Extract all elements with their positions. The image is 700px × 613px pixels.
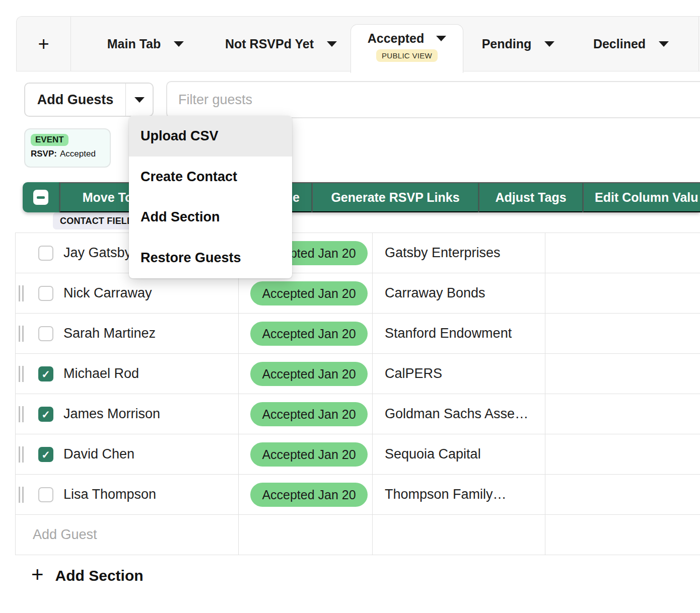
contact-field-header: CONTACT FIELD [53,212,141,229]
drag-handle-icon[interactable] [19,446,25,463]
event-tag-badge: EVENT [31,134,68,146]
rsvp-filter-text: RSVP:Accepted [31,149,104,159]
filter-guests-box [166,81,700,118]
guest-name[interactable]: Michael Rod [63,354,139,394]
add-guest-placeholder[interactable]: Add Guest [33,515,97,555]
table-row: Jay Gatsby Accepted Jan 20 Gatsby Enterp… [16,233,700,273]
chevron-down-icon [544,41,554,47]
select-all-checkbox[interactable] [23,182,59,212]
guest-list-page: { "icons": { "plus": "+", "check": "✓" }… [0,0,700,613]
guest-name[interactable]: Jay Gatsby [63,233,131,273]
rsvp-field-value: Accepted [60,149,96,159]
rsvp-status-pill[interactable]: Accepted Jan 20 [250,483,368,507]
guest-name[interactable]: Lisa Thompson [63,475,156,514]
company-cell[interactable]: Sequoia Capital [385,434,481,474]
indeterminate-checkbox-icon [33,190,48,205]
company-cell[interactable]: Gatsby Enterprises [385,233,501,273]
row-checkbox[interactable] [38,326,53,341]
tab-label: Declined [593,37,646,51]
tab-not-rsvpd-yet[interactable]: Not RSVPd Yet [213,17,349,71]
chevron-down-icon [436,36,446,41]
chevron-down-icon [327,41,337,47]
check-icon: ✓ [41,409,50,420]
row-checkbox[interactable] [38,487,53,502]
company-cell[interactable]: CalPERS [385,354,442,394]
row-checkbox[interactable]: ✓ [38,366,53,381]
tab-divider [698,17,699,71]
table-row: Sarah Martinez Accepted Jan 20 Stanford … [16,314,700,354]
drag-handle-icon[interactable] [19,406,25,422]
tab-label: Accepted [368,31,425,46]
guest-name[interactable]: David Chen [63,434,134,474]
chevron-down-icon [174,41,184,47]
drag-handle-icon[interactable] [19,326,25,342]
tab-label: Pending [482,37,532,51]
guest-name[interactable]: James Morrison [63,394,160,434]
menu-item-add-section[interactable]: Add Section [129,197,292,238]
row-checkbox[interactable]: ✓ [38,407,53,422]
row-checkbox[interactable] [38,286,53,301]
check-icon: ✓ [41,449,50,460]
tab-bar: + Main Tab Not RSVPd Yet Accepted PUBLIC… [16,16,700,71]
add-section-button[interactable]: + Add Section [31,560,144,592]
table-row: ✓ Michael Rod Accepted Jan 20 CalPERS [16,354,700,394]
company-cell[interactable]: Thompson Family… [385,475,507,514]
rsvp-status-pill[interactable]: Accepted Jan 20 [250,281,368,305]
bulk-actions-toolbar: Move To e Generate RSVP Links Adjust Tag… [23,182,700,212]
adjust-tags-button[interactable]: Adjust Tags [478,182,583,212]
chevron-down-icon [134,97,145,103]
add-guests-dropdown-menu: Upload CSV Create Contact Add Section Re… [129,116,292,278]
public-view-badge: PUBLIC VIEW [376,49,438,62]
tab-declined[interactable]: Declined [578,17,684,71]
menu-item-create-contact[interactable]: Create Contact [129,157,292,197]
table-row: ✓ David Chen Accepted Jan 20 Sequoia Cap… [16,434,700,475]
minus-icon [37,196,45,199]
rsvp-status-pill[interactable]: Accepted Jan 20 [250,442,368,467]
drag-handle-icon[interactable] [19,285,25,301]
filter-guests-input[interactable] [167,82,700,117]
add-guests-dropdown-toggle[interactable] [125,84,153,116]
row-checkbox[interactable] [38,246,53,261]
edit-column-values-button[interactable]: Edit Column Valu [583,182,700,212]
table-row: Lisa Thompson Accepted Jan 20 Thompson F… [16,475,700,515]
rsvp-status-pill[interactable]: Accepted Jan 20 [250,362,368,386]
row-checkbox[interactable]: ✓ [38,447,53,462]
rsvp-field-label: RSVP: [31,149,57,159]
company-cell[interactable]: Carraway Bonds [385,273,485,313]
guest-name[interactable]: Nick Carraway [63,273,152,313]
tab-label: Main Tab [107,37,161,51]
table-row: Nick Carraway Accepted Jan 20 Carraway B… [16,273,700,314]
add-tab-button[interactable]: + [17,17,71,71]
add-guests-split-button: Add Guests [24,83,154,117]
rsvp-filter-chip[interactable]: EVENT RSVP:Accepted [24,128,111,168]
drag-handle-icon[interactable] [19,366,25,382]
company-cell[interactable]: Stanford Endowment [385,314,512,353]
tab-accepted[interactable]: Accepted PUBLIC VIEW [351,24,463,73]
tab-pending[interactable]: Pending [465,17,572,71]
menu-item-upload-csv[interactable]: Upload CSV [129,116,292,157]
check-icon: ✓ [41,369,50,379]
table-row: ✓ James Morrison Accepted Jan 20 Goldman… [16,394,700,434]
rsvp-status-pill[interactable]: Accepted Jan 20 [250,402,368,426]
plus-icon: + [31,564,44,585]
tab-main-tab[interactable]: Main Tab [92,17,199,71]
guest-name[interactable]: Sarah Martinez [63,314,156,353]
guest-table: Jay Gatsby Accepted Jan 20 Gatsby Enterp… [15,233,700,555]
chevron-down-icon [659,41,669,47]
rsvp-status-pill[interactable]: Accepted Jan 20 [250,322,368,346]
company-cell[interactable]: Goldman Sachs Asse… [385,394,528,434]
tab-label: Not RSVPd Yet [225,37,314,51]
add-guest-row[interactable]: Add Guest [16,515,700,555]
menu-item-restore-guests[interactable]: Restore Guests [129,238,292,278]
drag-handle-icon[interactable] [19,487,25,503]
generate-rsvp-links-button[interactable]: Generate RSVP Links [312,182,478,212]
add-section-label: Add Section [55,567,144,584]
add-guests-button[interactable]: Add Guests [25,84,125,116]
plus-icon: + [38,34,49,53]
